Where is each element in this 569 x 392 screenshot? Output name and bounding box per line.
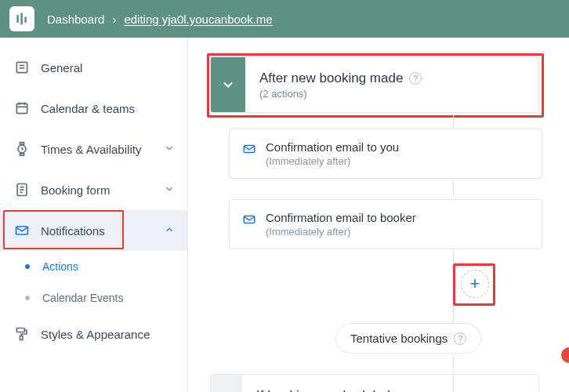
action-title: Confirmation email to you: [266, 140, 399, 154]
action-sub: (Immediately after): [266, 155, 399, 167]
sidebar-sub-calendar-events[interactable]: Calendar Events: [0, 282, 187, 314]
watch-icon: [13, 141, 31, 157]
svg-rect-1: [20, 13, 23, 25]
main: General Calendar & teams Times & Availab…: [0, 38, 569, 392]
action-title: Confirmation email to booker: [266, 211, 416, 224]
sidebar-item-calendar-teams[interactable]: Calendar & teams: [0, 88, 187, 129]
svg-line-14: [22, 149, 24, 150]
sidebar-item-general[interactable]: General: [0, 47, 187, 88]
action-card-conf-booker[interactable]: Confirmation email to booker (Immediatel…: [229, 199, 542, 249]
paint-roller-icon: [13, 326, 31, 342]
general-icon: [13, 60, 31, 75]
logo-icon: [14, 11, 30, 27]
sidebar-item-booking-form[interactable]: Booking form: [0, 169, 187, 210]
section-new-booking[interactable]: After new booking made ? (2 actions): [210, 56, 539, 113]
svg-rect-6: [16, 103, 27, 114]
action-card-conf-you[interactable]: Confirmation email to you (Immediately a…: [229, 129, 542, 179]
logo[interactable]: [9, 6, 34, 31]
section-rescheduled[interactable]: If booking rescheduled: [210, 374, 539, 392]
dot-icon: [25, 296, 30, 300]
sidebar-item-label: Notifications: [41, 224, 105, 238]
content: After new booking made ? (2 actions) Con…: [188, 38, 569, 392]
sidebar-item-notifications[interactable]: Notifications: [0, 210, 187, 251]
chevron-right-icon: ›: [112, 13, 116, 26]
chip-label: Tentative bookings: [350, 332, 448, 345]
chevron-up-icon: [164, 224, 175, 238]
svg-rect-20: [16, 328, 24, 332]
sidebar-sub-label: Actions: [42, 260, 78, 273]
section-title: If booking rescheduled: [242, 388, 390, 392]
timeline: Confirmation email to you (Immediately a…: [210, 129, 569, 354]
svg-rect-2: [24, 17, 27, 24]
help-icon[interactable]: ?: [454, 332, 466, 345]
svg-rect-21: [20, 336, 23, 340]
expand-toggle[interactable]: [211, 375, 242, 392]
form-icon: [13, 182, 31, 198]
sidebar-item-styles[interactable]: Styles & Appearance: [0, 314, 187, 354]
tentative-bookings-chip[interactable]: Tentative bookings ?: [335, 323, 481, 354]
svg-rect-12: [20, 154, 24, 156]
sidebar: General Calendar & teams Times & Availab…: [0, 38, 188, 392]
sidebar-item-label: Times & Availability: [41, 143, 141, 156]
sidebar-item-label: Styles & Appearance: [41, 328, 150, 341]
mail-icon: [13, 223, 31, 238]
plus-icon: +: [470, 274, 480, 294]
sidebar-item-label: Booking form: [41, 183, 110, 197]
dot-icon: [25, 264, 30, 269]
breadcrumb: Dashboard › editing yja0l.youcanbook.me: [47, 13, 273, 26]
chevron-down-icon: [164, 183, 175, 197]
sidebar-sub-label: Calendar Events: [42, 292, 124, 304]
calendar-icon: [13, 100, 31, 116]
breadcrumb-editing[interactable]: editing yja0l.youcanbook.me: [124, 13, 272, 26]
status-dot: [561, 347, 569, 363]
svg-rect-11: [20, 143, 24, 145]
sidebar-sub-actions[interactable]: Actions: [0, 251, 187, 282]
mail-icon: [242, 142, 256, 159]
section-count: (2 actions): [259, 88, 422, 100]
breadcrumb-dashboard[interactable]: Dashboard: [47, 13, 104, 26]
section-title: After new booking made: [259, 71, 403, 86]
chevron-down-icon: [164, 143, 175, 156]
chevron-down-icon: [220, 77, 236, 93]
sidebar-item-times[interactable]: Times & Availability: [0, 129, 187, 169]
svg-rect-0: [16, 15, 19, 23]
help-icon[interactable]: ?: [409, 72, 422, 85]
mail-icon: [242, 212, 256, 230]
section-text: After new booking made ? (2 actions): [245, 71, 422, 100]
sidebar-subitems: Actions Calendar Events: [0, 251, 187, 314]
sidebar-item-label: Calendar & teams: [41, 102, 135, 115]
sidebar-item-label: General: [41, 61, 82, 74]
expand-toggle[interactable]: [211, 57, 245, 112]
action-sub: (Immediately after): [266, 226, 416, 238]
topbar: Dashboard › editing yja0l.youcanbook.me: [0, 0, 569, 38]
add-action-button[interactable]: +: [461, 270, 489, 298]
